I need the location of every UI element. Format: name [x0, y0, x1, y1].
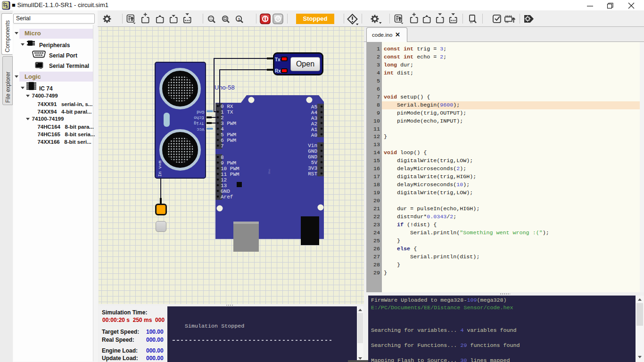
svg-text:1: 1	[238, 17, 240, 22]
svg-text:Uno: Uno	[268, 169, 271, 174]
